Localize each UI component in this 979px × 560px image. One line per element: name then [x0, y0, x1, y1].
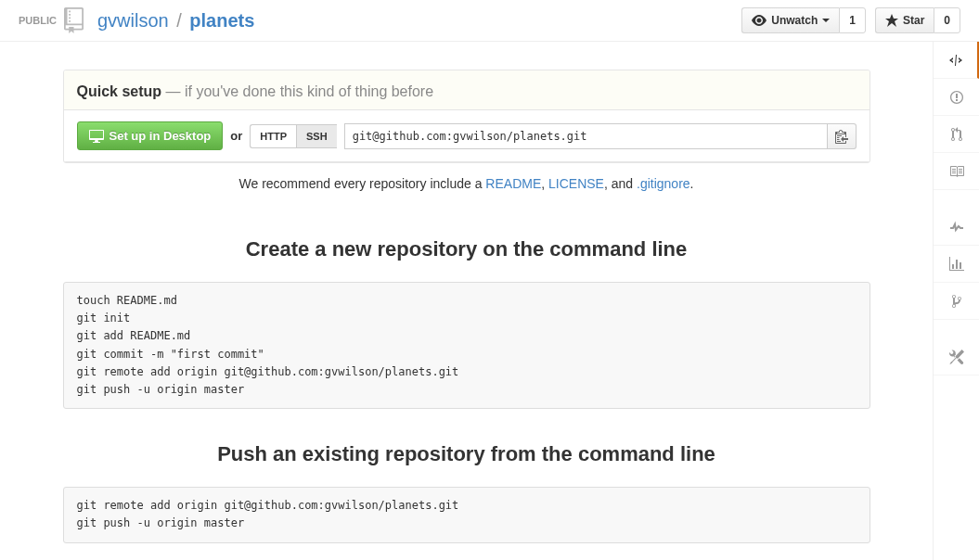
- sidebar: [933, 42, 979, 560]
- branch-icon: [952, 294, 961, 309]
- eye-icon: [752, 15, 766, 26]
- or-label: or: [230, 129, 242, 143]
- repo-link[interactable]: planets: [189, 10, 254, 31]
- setup-desktop-label: Set up in Desktop: [109, 129, 212, 143]
- tools-icon: [949, 350, 964, 364]
- star-label: Star: [903, 14, 924, 27]
- repo-header: PUBLIC gvwilson / planets Unwatch 1 Star: [0, 0, 979, 42]
- graph-icon: [949, 257, 964, 272]
- recommend-prefix: We recommend every repository include a: [239, 176, 486, 191]
- quick-setup-header: Quick setup — if you've done this kind o…: [64, 70, 870, 110]
- watch-group: Unwatch 1: [741, 7, 866, 33]
- quick-setup-title: Quick setup: [77, 83, 162, 99]
- header-actions: Unwatch 1 Star 0: [741, 7, 960, 33]
- watch-count[interactable]: 1: [839, 7, 866, 33]
- http-button[interactable]: HTTP: [250, 124, 296, 148]
- caret-down-icon: [822, 19, 830, 22]
- pulse-icon: [950, 220, 963, 235]
- main: Quick setup — if you've done this kind o…: [0, 42, 979, 560]
- create-title: Create a new repository on the command l…: [63, 237, 870, 261]
- star-button[interactable]: Star: [875, 7, 934, 33]
- gitignore-link[interactable]: .gitignore: [637, 176, 690, 191]
- visibility-badge: PUBLIC: [19, 15, 57, 26]
- owner-link[interactable]: gvwilson: [97, 10, 169, 31]
- title-separator: /: [176, 10, 182, 31]
- issue-icon: [950, 90, 963, 105]
- push-code: git remote add origin git@github.com:gvw…: [63, 487, 870, 542]
- recommend-line: We recommend every repository include a …: [63, 163, 870, 204]
- star-icon: [885, 14, 898, 27]
- license-link[interactable]: LICENSE: [548, 176, 604, 191]
- clipboard-icon: [835, 129, 848, 144]
- copy-button[interactable]: [828, 123, 857, 149]
- sidebar-network[interactable]: [934, 283, 979, 320]
- push-title: Push an existing repository from the com…: [63, 442, 870, 466]
- unwatch-button[interactable]: Unwatch: [741, 7, 839, 33]
- sidebar-wiki[interactable]: [934, 153, 979, 190]
- sidebar-pulls[interactable]: [934, 116, 979, 153]
- book-icon: [949, 164, 964, 179]
- sidebar-issues[interactable]: [934, 79, 979, 116]
- clone-url-input[interactable]: [344, 123, 828, 149]
- star-count[interactable]: 0: [934, 7, 960, 33]
- ssh-button[interactable]: SSH: [296, 124, 337, 148]
- clone-url-wrap: [344, 123, 857, 149]
- content: Quick setup — if you've done this kind o…: [63, 42, 870, 560]
- setup-desktop-button[interactable]: Set up in Desktop: [77, 121, 224, 150]
- sidebar-graphs[interactable]: [934, 246, 979, 283]
- sidebar-pulse[interactable]: [934, 209, 979, 246]
- readme-link[interactable]: README: [485, 176, 541, 191]
- create-code: touch README.md git init git add README.…: [63, 282, 870, 409]
- code-icon: [948, 53, 963, 68]
- pull-request-icon: [951, 127, 962, 142]
- quick-setup-box: Quick setup — if you've done this kind o…: [63, 70, 870, 163]
- sidebar-settings[interactable]: [934, 338, 979, 375]
- star-group: Star 0: [875, 7, 960, 33]
- desktop-icon: [89, 130, 104, 143]
- protocol-group: HTTP SSH: [250, 124, 336, 148]
- repo-title: gvwilson / planets: [97, 10, 254, 32]
- sidebar-code[interactable]: [934, 42, 979, 79]
- unwatch-label: Unwatch: [771, 14, 818, 27]
- quick-setup-subtitle: — if you've done this kind of thing befo…: [161, 83, 433, 99]
- quick-setup-body: Set up in Desktop or HTTP SSH: [64, 110, 870, 162]
- repo-icon: [64, 7, 90, 33]
